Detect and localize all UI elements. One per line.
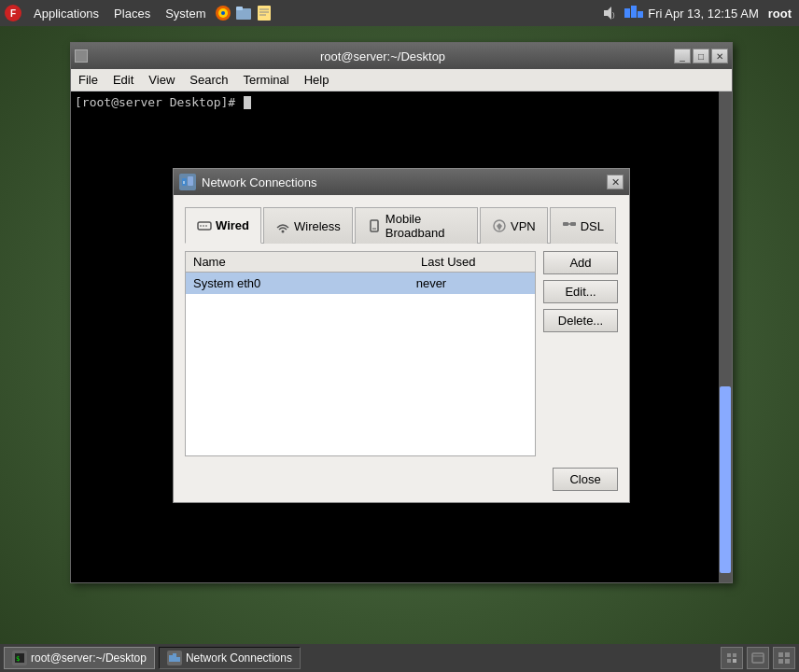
tab-vpn[interactable]: VPN (480, 207, 548, 244)
tab-wireless-label: Wireless (294, 219, 341, 233)
taskbar-btn-2[interactable] (747, 647, 769, 669)
svg-rect-6 (236, 7, 243, 10)
svg-rect-14 (631, 6, 637, 18)
dialog-bottom: Close (185, 456, 618, 491)
action-buttons: Add Edit... Delete... (543, 251, 618, 456)
terminal-menu-file[interactable]: File (71, 69, 105, 91)
texteditor-icon[interactable] (254, 3, 274, 23)
terminal-menu-edit[interactable]: Edit (105, 69, 141, 91)
delete-button[interactable]: Delete... (543, 309, 618, 332)
svg-rect-15 (638, 11, 643, 18)
connections-table: Name Last Used System eth0 never (185, 251, 536, 456)
tab-mobile-label: Mobile Broadband (385, 212, 466, 240)
add-button[interactable]: Add (543, 251, 618, 274)
dialog-titlebar: Network Connections ✕ (174, 169, 629, 195)
filemanager-icon[interactable] (233, 3, 254, 23)
terminal-scrollbar[interactable] (719, 91, 732, 582)
table-header: Name Last Used (186, 252, 535, 273)
svg-rect-13 (624, 8, 630, 18)
terminal-close-btn[interactable]: ✕ (711, 49, 728, 63)
terminal-prompt: [root@server Desktop]# (75, 95, 243, 109)
taskbar-terminal-label: root@server:~/Desktop (31, 651, 147, 665)
svg-rect-39 (752, 653, 764, 663)
terminal-cursor (244, 96, 251, 109)
svg-rect-27 (563, 222, 568, 226)
svg-rect-7 (258, 6, 271, 21)
taskbar-terminal[interactable]: $ root@server:~/Desktop (4, 647, 155, 669)
connection-name: System eth0 (193, 274, 416, 292)
svg-rect-38 (733, 659, 736, 663)
table-area: Name Last Used System eth0 never Add Edi… (185, 251, 618, 456)
svg-text:): ) (612, 10, 615, 19)
svg-rect-36 (733, 653, 736, 657)
tab-wired[interactable]: Wired (185, 207, 261, 244)
terminal-title: root@server:~/Desktop (91, 49, 674, 63)
dialog-close-btn[interactable]: ✕ (607, 175, 624, 189)
svg-rect-33 (173, 653, 176, 662)
places-menu[interactable]: Places (106, 0, 158, 26)
svg-text:$: $ (16, 655, 20, 663)
datetime-display: Fri Apr 13, 12:15 AM (648, 7, 759, 21)
svg-rect-34 (176, 657, 180, 662)
svg-rect-32 (169, 655, 173, 662)
svg-text:F: F (10, 8, 16, 19)
taskbar-right (721, 647, 795, 669)
tab-vpn-label: VPN (511, 219, 536, 233)
close-button[interactable]: Close (553, 468, 618, 491)
distro-logo: F (0, 0, 26, 26)
volume-icon[interactable]: ) (599, 3, 620, 23)
terminal-minimize-btn[interactable]: _ (674, 49, 691, 63)
wireless-tab-icon (275, 218, 290, 233)
terminal-scrollbar-thumb[interactable] (720, 386, 731, 573)
table-row[interactable]: System eth0 never (186, 273, 535, 294)
svg-rect-24 (371, 220, 378, 231)
applications-menu[interactable]: Applications (26, 0, 106, 26)
taskbar-network-label: Network Connections (186, 651, 292, 665)
terminal-menu-terminal[interactable]: Terminal (236, 69, 297, 91)
terminal-maximize-btn[interactable]: □ (693, 49, 709, 63)
vpn-tab-icon (492, 218, 507, 233)
dialog-title-icon (179, 174, 196, 190)
tab-wired-label: Wired (216, 218, 249, 232)
terminal-titlebar: root@server:~/Desktop _ □ ✕ (71, 43, 732, 69)
top-panel: F Applications Places System (0, 0, 799, 26)
svg-marker-11 (604, 7, 611, 20)
svg-rect-44 (785, 659, 790, 664)
dialog-title-text: Network Connections (202, 175, 607, 189)
svg-point-23 (282, 231, 285, 233)
connection-lastused: never (416, 274, 527, 292)
svg-point-4 (221, 11, 225, 15)
taskbar-netconnections[interactable]: Network Connections (159, 647, 301, 669)
svg-rect-19 (198, 222, 211, 230)
tab-dsl[interactable]: DSL (550, 207, 616, 244)
panel-right: ) Fri Apr 13, 12:15 AM root (599, 3, 799, 23)
dialog-content: Wired Wireless (174, 195, 629, 502)
network-connections-dialog: Network Connections ✕ Wired (173, 168, 630, 503)
svg-rect-17 (188, 176, 193, 186)
system-menu[interactable]: System (158, 0, 213, 26)
taskbar-btn-1[interactable] (721, 647, 743, 669)
terminal-menu-help[interactable]: Help (297, 69, 337, 91)
taskbar-btn-3[interactable] (773, 647, 795, 669)
terminal-menubar: File Edit View Search Terminal Help (71, 69, 732, 91)
svg-rect-37 (727, 659, 731, 663)
svg-rect-28 (570, 222, 576, 226)
svg-rect-35 (727, 653, 731, 657)
user-display: root (768, 7, 792, 21)
taskbar-terminal-icon: $ (12, 651, 27, 665)
firefox-icon[interactable] (213, 3, 233, 23)
terminal-title-icon (75, 49, 88, 63)
terminal-controls: _ □ ✕ (674, 49, 728, 63)
edit-button[interactable]: Edit... (543, 280, 618, 303)
col-lastused-header: Last Used (414, 252, 535, 272)
terminal-menu-view[interactable]: View (141, 69, 182, 91)
taskbar: $ root@server:~/Desktop Network Connecti… (0, 644, 799, 672)
terminal-menu-search[interactable]: Search (182, 69, 235, 91)
tab-wireless[interactable]: Wireless (263, 207, 353, 244)
tabs-container: Wired Wireless (185, 206, 618, 244)
tab-dsl-label: DSL (581, 219, 604, 233)
network-status-icon[interactable] (624, 3, 644, 23)
svg-rect-41 (778, 652, 783, 657)
taskbar-network-icon (167, 651, 182, 665)
tab-mobile-broadband[interactable]: Mobile Broadband (355, 207, 478, 244)
